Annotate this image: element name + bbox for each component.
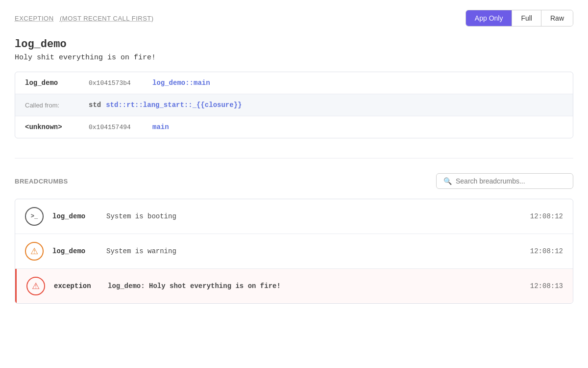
breadcrumbs-title: BREADCRUMBS bbox=[15, 178, 68, 185]
stack-module: log_demo bbox=[25, 79, 89, 87]
bc-message: System is warning bbox=[106, 247, 524, 255]
exception-label: EXCEPTION (most recent call first) bbox=[15, 15, 154, 22]
bc-message: System is booting bbox=[106, 212, 524, 220]
list-item: ⚠ log_demo System is warning 12:08:12 bbox=[15, 234, 573, 269]
breadcrumbs-search-box[interactable]: 🔍 bbox=[436, 173, 573, 189]
bc-time: 12:08:12 bbox=[524, 212, 563, 220]
bc-time: 12:08:12 bbox=[524, 247, 563, 255]
called-from-package: std bbox=[89, 101, 101, 109]
search-input[interactable] bbox=[456, 177, 566, 185]
stack-function[interactable]: std::rt::lang_start::_{{closure}} bbox=[106, 101, 242, 109]
bc-app-name: log_demo bbox=[52, 212, 106, 220]
table-row: <unknown> 0x104157494 main bbox=[15, 116, 573, 138]
tab-app-only[interactable]: App Only bbox=[466, 10, 513, 26]
bc-app-name: log_demo bbox=[52, 247, 106, 255]
breadcrumbs-header: BREADCRUMBS 🔍 bbox=[15, 173, 573, 189]
stack-address: 0x104157494 bbox=[89, 124, 152, 131]
stack-function[interactable]: log_demo::main bbox=[152, 79, 210, 87]
table-row: log_demo 0x1041573b4 log_demo::main bbox=[15, 72, 573, 94]
exception-label-text: EXCEPTION bbox=[15, 15, 54, 22]
tab-raw[interactable]: Raw bbox=[541, 10, 573, 26]
breadcrumb-list: >_ log_demo System is booting 12:08:12 ⚠… bbox=[15, 199, 573, 304]
called-from-label: Called from: bbox=[25, 102, 89, 109]
search-icon: 🔍 bbox=[443, 177, 452, 185]
exception-header: EXCEPTION (most recent call first) App O… bbox=[15, 10, 573, 26]
tab-full[interactable]: Full bbox=[512, 10, 541, 26]
stack-address: 0x1041573b4 bbox=[89, 79, 152, 87]
warning-icon: ⚠ bbox=[25, 242, 44, 261]
exception-subtitle[interactable]: (most recent call first) bbox=[60, 15, 154, 22]
bc-app-name: exception bbox=[54, 282, 108, 290]
stack-trace-table: log_demo 0x1041573b4 log_demo::main Call… bbox=[15, 72, 573, 138]
table-row: Called from: std std::rt::lang_start::_{… bbox=[15, 94, 573, 116]
bc-time: 12:08:13 bbox=[524, 282, 563, 290]
stack-function[interactable]: main bbox=[152, 123, 169, 131]
main-page: EXCEPTION (most recent call first) App O… bbox=[0, 0, 588, 314]
bc-message: log_demo: Holy shot everything is on fir… bbox=[108, 282, 524, 290]
section-divider bbox=[15, 158, 573, 158]
terminal-icon: >_ bbox=[25, 207, 44, 226]
list-item: ⚠ exception log_demo: Holy shot everythi… bbox=[15, 269, 573, 303]
exception-module-name: log_demo bbox=[15, 38, 573, 51]
stack-module: <unknown> bbox=[25, 123, 89, 131]
exception-message: Holy shit everything is on fire! bbox=[15, 53, 573, 62]
list-item: >_ log_demo System is booting 12:08:12 bbox=[15, 199, 573, 234]
error-icon: ⚠ bbox=[26, 277, 45, 295]
view-tab-group: App Only Full Raw bbox=[466, 10, 573, 26]
